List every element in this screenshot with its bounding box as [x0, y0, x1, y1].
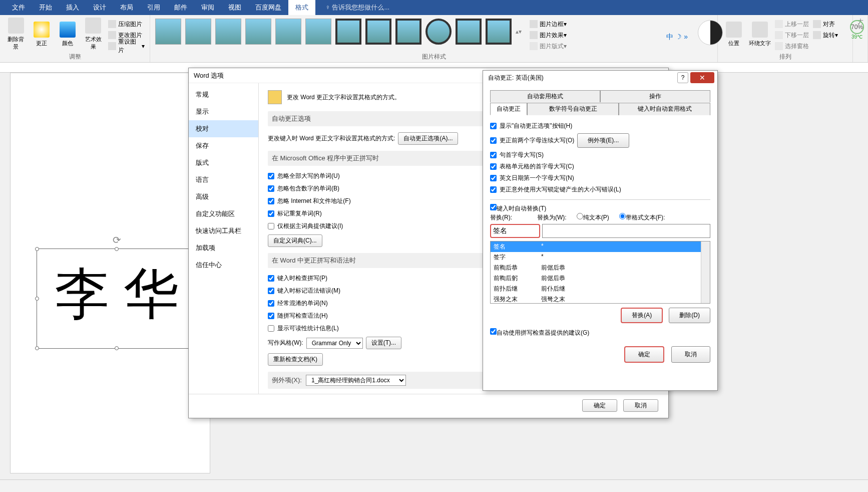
confused-check[interactable]: 经常混淆的单词(N) [268, 299, 328, 308]
corrections-button[interactable]: 更正 [31, 17, 52, 52]
tab-insert[interactable]: 插入 [59, 0, 86, 15]
resize-handle[interactable] [115, 247, 119, 251]
nav-advanced[interactable]: 高级 [189, 188, 258, 205]
tab-review[interactable]: 审阅 [194, 0, 221, 15]
show-buttons-check[interactable] [490, 123, 497, 129]
document-page[interactable]: ⟳ 李 华 [10, 73, 210, 473]
style-item[interactable] [456, 19, 482, 45]
artistic-button[interactable]: 艺术效果 [82, 17, 104, 52]
nav-general[interactable]: 常规 [189, 86, 258, 103]
tab-layout[interactable]: 布局 [113, 0, 140, 15]
custom-dict-button[interactable]: 自定义词典(C)... [268, 234, 322, 247]
tab-home[interactable]: 开始 [32, 0, 59, 15]
wrap-text-button[interactable]: 环绕文字 [749, 17, 771, 52]
help-button[interactable]: ? [677, 72, 688, 83]
cap-sentence-check[interactable] [490, 152, 497, 158]
autocorrect-options-button[interactable]: 自动更正选项(A)... [398, 132, 458, 145]
replace-input[interactable] [490, 224, 540, 238]
use-spellcheck-check[interactable] [490, 328, 497, 335]
nav-layout[interactable]: 版式 [189, 154, 258, 171]
autocorrect-ok-button[interactable]: 确定 [624, 346, 664, 363]
style-item[interactable] [275, 19, 301, 45]
tab-view[interactable]: 视图 [221, 0, 248, 15]
rotate-button[interactable]: 旋转 ▾ [811, 30, 840, 41]
check-spelling-check[interactable]: 键入时检查拼写(P) [268, 274, 327, 283]
cap-cells-check[interactable] [490, 163, 497, 170]
grammar-with-spell-check[interactable]: 随拼写检查语法(H) [268, 312, 328, 320]
cap-days-check[interactable] [490, 175, 497, 181]
resize-handle[interactable] [35, 247, 39, 251]
autocorrect-list[interactable]: 签名* 签字* 前鞫后恭前倨后恭 前鞫后躬前倨后恭 前扑后继前仆后继 强努之末强… [490, 241, 710, 304]
style-item[interactable] [425, 19, 452, 45]
tab-design[interactable]: 设计 [86, 0, 113, 15]
ignore-digits-check[interactable]: 忽略包含数字的单词(B) [268, 184, 339, 193]
tab-math-autocorrect[interactable]: 数学符号自动更正 [527, 103, 619, 115]
nav-trust[interactable]: 信任中心 [189, 257, 258, 274]
style-item[interactable] [335, 19, 361, 45]
bring-forward-button[interactable]: 上移一层 [773, 19, 811, 30]
autocorrect-cancel-button[interactable]: 取消 [671, 346, 710, 363]
with-input[interactable] [542, 224, 710, 238]
writing-style-settings-button[interactable]: 设置(T)... [366, 337, 401, 349]
word-options-ok-button[interactable]: 确定 [582, 399, 617, 412]
nav-customize-ribbon[interactable]: 自定义功能区 [189, 205, 258, 222]
plain-text-radio[interactable]: 纯文本(P) [577, 213, 609, 222]
picture-layout-button[interactable]: 图片版式 ▾ [528, 41, 569, 52]
picture-border-button[interactable]: 图片边框 ▾ [528, 19, 569, 30]
delete-button[interactable]: 删除(D) [669, 308, 710, 323]
readability-check[interactable]: 显示可读性统计信息(L) [268, 324, 339, 333]
replace-button[interactable]: 替换(A) [621, 308, 663, 323]
tab-mailings[interactable]: 邮件 [167, 0, 194, 15]
close-button[interactable]: ✕ [690, 72, 714, 83]
caps-lock-check[interactable] [490, 186, 497, 193]
style-item[interactable] [215, 19, 241, 45]
tab-autocorrect[interactable]: 自动更正 [490, 103, 527, 115]
compress-button[interactable]: 压缩图片 [106, 19, 147, 30]
color-button[interactable]: 颜色 [57, 17, 78, 52]
assistant-avatar[interactable] [698, 20, 723, 45]
remove-background-button[interactable]: 删除背景 [5, 17, 27, 52]
tab-format[interactable]: 格式 [288, 0, 315, 15]
style-item[interactable] [365, 19, 391, 45]
style-item[interactable] [395, 19, 421, 45]
formatted-text-radio[interactable]: 带格式文本(F): [619, 213, 665, 222]
ignore-url-check[interactable]: 忽略 Internet 和文件地址(F) [268, 197, 351, 205]
tab-actions[interactable]: 操作 [600, 90, 710, 102]
style-item[interactable] [305, 19, 331, 45]
nav-display[interactable]: 显示 [189, 103, 258, 120]
word-options-cancel-button[interactable]: 取消 [623, 399, 658, 412]
selection-pane-button[interactable]: 选择窗格 [773, 41, 811, 52]
style-item[interactable] [486, 19, 512, 45]
gallery-more[interactable]: ▴▾ [516, 19, 523, 45]
style-item[interactable] [155, 19, 181, 45]
main-dict-check[interactable]: 仅根据主词典提供建议(I) [268, 222, 343, 230]
nav-addins[interactable]: 加载项 [189, 239, 258, 257]
nav-language[interactable]: 语言 [189, 171, 258, 188]
nav-proofing[interactable]: 校对 [189, 120, 258, 137]
tab-file[interactable]: 文件 [5, 0, 32, 15]
exceptions-file-select[interactable]: 1_高红梅经理购销合同1.docx [306, 375, 406, 386]
recheck-button[interactable]: 重新检查文档(K) [268, 353, 323, 366]
resize-handle[interactable] [115, 346, 119, 350]
tab-autoformat[interactable]: 自动套用格式 [490, 90, 600, 102]
tab-references[interactable]: 引用 [140, 0, 167, 15]
style-item[interactable] [245, 19, 271, 45]
replace-as-type-check[interactable] [490, 204, 497, 210]
reset-pic-button[interactable]: 重设图片 ▾ [106, 41, 147, 52]
exceptions-button[interactable]: 例外项(E)... [577, 133, 629, 148]
send-backward-button[interactable]: 下移一层 [773, 30, 811, 41]
zoom-circle[interactable]: 70% [850, 20, 864, 34]
two-caps-check[interactable] [490, 137, 497, 144]
style-item[interactable] [185, 19, 211, 45]
tab-baidu[interactable]: 百度网盘 [248, 0, 288, 15]
tell-me[interactable]: ♀ 告诉我您想做什么... [325, 3, 389, 12]
nav-qat[interactable]: 快速访问工具栏 [189, 222, 258, 239]
ignore-upper-check[interactable]: 忽略全部大写的单词(U) [268, 172, 340, 180]
position-button[interactable]: 位置 [723, 17, 745, 52]
resize-handle[interactable] [35, 297, 39, 301]
nav-save[interactable]: 保存 [189, 137, 258, 154]
selected-image[interactable]: ⟳ 李 华 [37, 249, 197, 349]
align-button[interactable]: 对齐 [811, 19, 840, 30]
picture-style-gallery[interactable]: ▴▾ [153, 17, 525, 47]
picture-effects-button[interactable]: 图片效果 ▾ [528, 30, 569, 41]
